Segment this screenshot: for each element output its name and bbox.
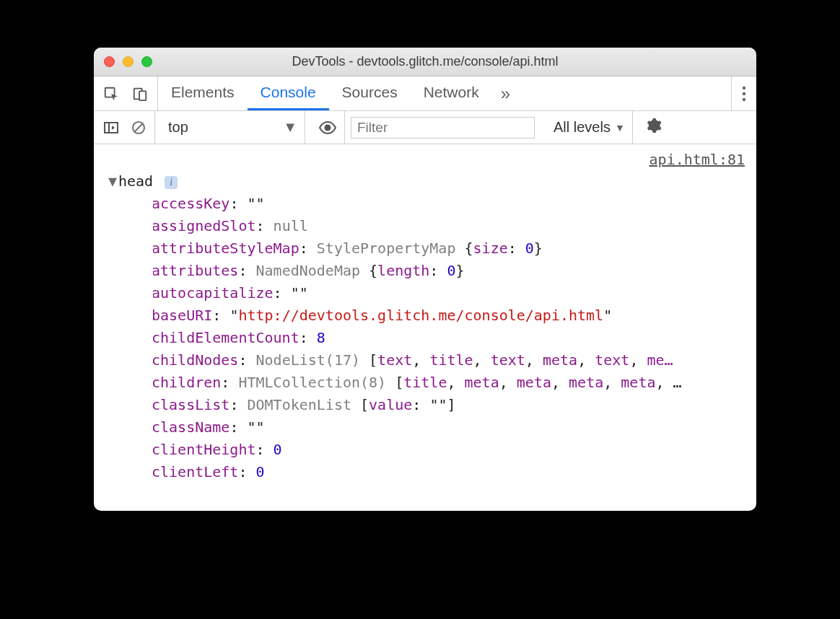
property-value-token: { [465,240,473,257]
tab-sources[interactable]: Sources [329,76,411,110]
property-key: assignedSlot [153,217,256,234]
minimize-icon[interactable] [123,56,134,67]
property-value-token: NamedNodeMap [256,262,369,279]
property-value-token: [ [395,374,403,391]
property-value-token: , [499,374,517,391]
property-value-token: me… [647,351,673,369]
info-badge-icon[interactable]: i [165,176,178,189]
object-root[interactable]: ▼head i [108,170,749,193]
property-value-token: size [473,240,508,257]
property-value-token: meta [621,374,655,391]
svg-rect-2 [139,91,146,100]
kebab-menu-icon[interactable] [731,76,756,110]
inspect-element-icon[interactable] [101,84,121,104]
console-output: api.html:81 ▼head i accessKey: ""assigne… [94,144,756,511]
property-row: clientLeft: 0 [153,461,749,483]
console-toolbar: top ▼ All levels ▼ [94,111,756,144]
context-selector[interactable]: top ▼ [161,111,305,144]
property-value-token: NodeList(17) [256,351,369,369]
source-link[interactable]: api.html:81 [649,149,745,171]
property-key: baseURI [153,307,212,324]
close-icon[interactable] [104,56,115,67]
property-value-token: meta [569,374,603,391]
property-value-token: HTMLCollection(8) [238,374,395,391]
clear-console-icon[interactable] [128,118,149,138]
property-value-token: " [299,284,308,302]
property-key: autocapitalize [153,284,274,302]
property-row: baseURI: "http://devtools.glitch.me/cons… [153,304,749,327]
zoom-icon[interactable] [141,56,152,67]
live-expression-icon[interactable] [311,111,345,144]
property-value-token: StylePropertyMap [317,240,465,257]
property-value-token: : [412,396,429,413]
svg-point-10 [325,125,331,130]
property-value-token: value [369,396,412,413]
filter-input[interactable] [351,117,535,139]
property-value-token: { [369,262,377,279]
property-value-token: 8 [317,329,325,346]
property-row[interactable]: ▶children: HTMLCollection(8) [title, met… [153,372,749,394]
property-row: clientHeight: 0 [153,439,749,461]
property-value-token: " [603,307,612,324]
settings-gear-icon[interactable] [639,118,668,137]
property-key: clientHeight [153,441,256,458]
property-value-token: " [247,195,255,212]
tab-elements[interactable]: Elements [158,76,248,110]
property-value-token: " [256,418,265,436]
property-value-token: , [603,374,621,391]
sidebar-toggle-icon[interactable] [101,118,121,138]
property-row[interactable]: ▶classList: DOMTokenList [value: ""] [153,394,749,416]
chevron-down-icon: ▼ [283,119,297,136]
property-value-token: " [247,418,255,436]
context-selector-value: top [168,119,188,136]
log-levels-label: All levels [554,119,611,136]
property-value-token: DOMTokenList [247,396,360,413]
property-row[interactable]: ▶attributes: NamedNodeMap {length: 0} [153,260,749,282]
svg-line-9 [135,123,143,131]
object-properties: accessKey: ""assignedSlot: null▶attribut… [108,193,749,483]
property-value-token: , [412,351,429,369]
property-key: attributeStyleMap [153,240,299,257]
property-value-token: , [629,351,647,369]
property-row[interactable]: ▶childNodes: NodeList(17) [text, title, … [153,349,749,372]
device-toggle-icon[interactable] [130,84,150,104]
property-row: childElementCount: 8 [153,327,749,349]
tab-network[interactable]: Network [411,76,492,110]
property-value-token: , [551,374,569,391]
property-key: childNodes [153,351,238,369]
svg-point-3 [743,86,745,89]
log-levels-selector[interactable]: All levels ▼ [546,111,633,144]
property-value-token: , [473,351,491,369]
svg-point-5 [743,97,745,100]
property-value-token: , [577,351,595,369]
property-value-token: , … [656,374,682,391]
property-key: accessKey [153,195,229,212]
property-value-token: : [508,240,525,257]
panel-tabbar: Elements Console Sources Network » [94,76,756,111]
property-value-token: meta [465,374,499,391]
property-value-token: [ [360,396,369,413]
property-value-token: http://devtools.glitch.me/console/api.ht… [238,307,603,324]
property-value-token: " [256,195,265,212]
disclosure-triangle-open-icon[interactable]: ▼ [108,170,117,193]
property-value-token: " [229,307,238,324]
property-row: autocapitalize: "" [153,282,749,304]
property-value-token: 0 [274,441,282,458]
tab-console[interactable]: Console [248,76,329,110]
property-key: children [153,374,221,391]
object-label: head [118,172,153,190]
property-value-token: : [429,262,447,279]
property-row[interactable]: ▶attributeStyleMap: StylePropertyMap {si… [153,237,749,260]
property-value-token: title [403,374,447,391]
property-value-token: 0 [256,463,265,480]
property-value-token: ] [447,396,455,413]
panel-tabs: Elements Console Sources Network » [158,76,731,110]
property-key: childElementCount [153,329,299,346]
property-value-token: title [429,351,473,369]
property-value-token: , [525,351,543,369]
property-value-token: meta [543,351,577,369]
tabs-overflow-icon[interactable]: » [492,76,519,110]
property-value-token: null [274,217,308,234]
traffic-lights [94,56,152,67]
property-key: className [153,418,229,436]
